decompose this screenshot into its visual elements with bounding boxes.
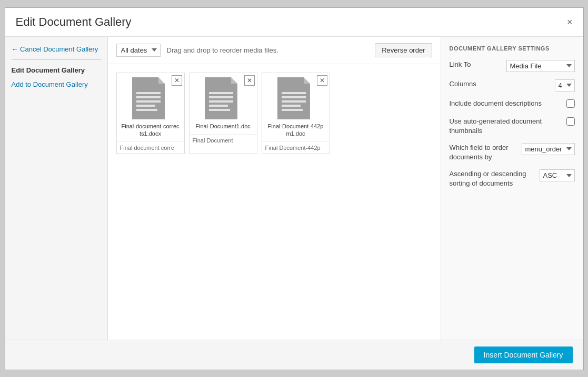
svg-rect-4 [136,100,161,103]
list-item: ✕ [116,73,185,155]
modal-title: Edit Document Gallery [16,15,567,29]
svg-rect-10 [209,96,233,98]
sidebar-divider [12,59,101,60]
auto-thumb-checkbox[interactable] [566,117,575,126]
svg-rect-3 [136,96,161,98]
drag-hint: Drag and drop to reorder media files. [167,46,369,54]
svg-rect-13 [209,109,230,111]
link-to-label: Link To [450,60,502,69]
reverse-order-button[interactable]: Reverse order [375,43,432,57]
settings-panel-title: DOCUMENT GALLERY SETTINGS [450,45,575,52]
document-icon [132,77,169,119]
item-filename: Final-Document1.doc [195,123,251,130]
svg-marker-1 [158,77,165,84]
item-caption: Final Document-442p [262,141,330,154]
link-to-select[interactable]: Media File Attachment Page None [506,60,575,72]
include-desc-checkbox[interactable] [566,99,575,108]
sidebar: ← Cancel Document Gallery Edit Document … [5,37,108,340]
main-toolbar: All dates Drag and drop to reorder media… [108,37,441,64]
remove-item-3-button[interactable]: ✕ [317,75,327,86]
order-field-label: Which field to order documents by [450,143,517,162]
svg-rect-6 [136,109,157,111]
sort-order-label: Ascending or descending sorting of docum… [450,169,535,188]
link-to-row: Link To Media File Attachment Page None [450,60,575,72]
date-filter-select[interactable]: All dates [116,44,161,57]
remove-item-1-button[interactable]: ✕ [172,75,182,86]
svg-rect-2 [136,92,161,94]
insert-document-gallery-button[interactable]: Insert Document Gallery [474,347,573,363]
svg-rect-19 [282,105,301,107]
add-to-gallery-link[interactable]: Add to Document Gallery [12,79,101,90]
auto-thumb-label: Use auto-generated document thumbnails [450,117,562,136]
item-caption: Final Document [190,134,257,146]
include-desc-label: Include document descriptions [450,99,562,108]
list-item: ✕ [262,73,330,155]
close-button[interactable]: × [567,17,573,27]
sort-order-row: Ascending or descending sorting of docum… [450,169,575,188]
columns-label: Columns [450,79,551,89]
svg-marker-15 [304,77,310,84]
gallery-grid: ✕ [108,64,441,340]
modal-window: Edit Document Gallery × ← Cancel Documen… [5,7,584,370]
columns-select[interactable]: 123 456 [555,79,575,91]
svg-rect-11 [209,100,233,103]
list-item: ✕ [189,73,257,155]
svg-rect-12 [209,105,228,107]
svg-marker-8 [231,77,237,84]
main-content: All dates Drag and drop to reorder media… [108,37,441,340]
settings-panel: DOCUMENT GALLERY SETTINGS Link To Media … [441,37,583,340]
sidebar-heading: Edit Document Gallery [12,66,101,74]
modal-body: ← Cancel Document Gallery Edit Document … [5,37,583,340]
modal-header: Edit Document Gallery × [5,8,583,37]
svg-rect-20 [282,109,303,111]
item-filename: Final-document-corrects1.docx [121,123,180,138]
order-field-select[interactable]: menu_order title date rand [522,143,575,155]
remove-item-2-button[interactable]: ✕ [244,75,255,86]
document-icon [205,77,242,119]
svg-rect-9 [209,92,233,94]
svg-rect-5 [136,105,155,107]
order-field-row: Which field to order documents by menu_o… [450,143,575,162]
item-caption: Final document corre [117,141,184,154]
cancel-link[interactable]: ← Cancel Document Gallery [12,45,101,53]
svg-rect-17 [282,96,306,98]
auto-thumb-row: Use auto-generated document thumbnails [450,117,575,136]
document-icon [277,77,314,119]
modal-footer: Insert Document Gallery [5,340,583,370]
sort-order-select[interactable]: ASC DESC [540,169,575,181]
svg-rect-18 [282,100,306,103]
columns-row: Columns 123 456 [450,79,575,91]
svg-rect-16 [282,92,306,94]
include-desc-row: Include document descriptions [450,99,575,109]
item-filename: Final-Document-442pm1.doc [266,123,325,138]
